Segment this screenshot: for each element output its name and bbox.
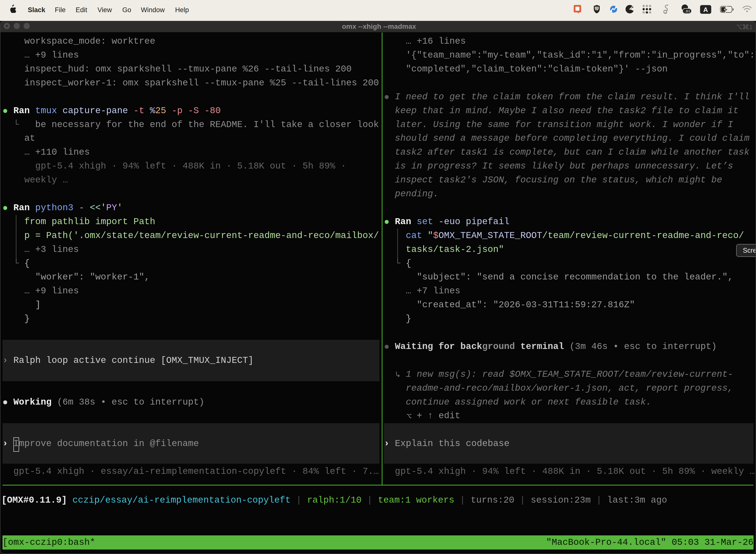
svg-text:A: A	[703, 6, 708, 13]
svg-text:..61: ..61	[684, 9, 690, 13]
